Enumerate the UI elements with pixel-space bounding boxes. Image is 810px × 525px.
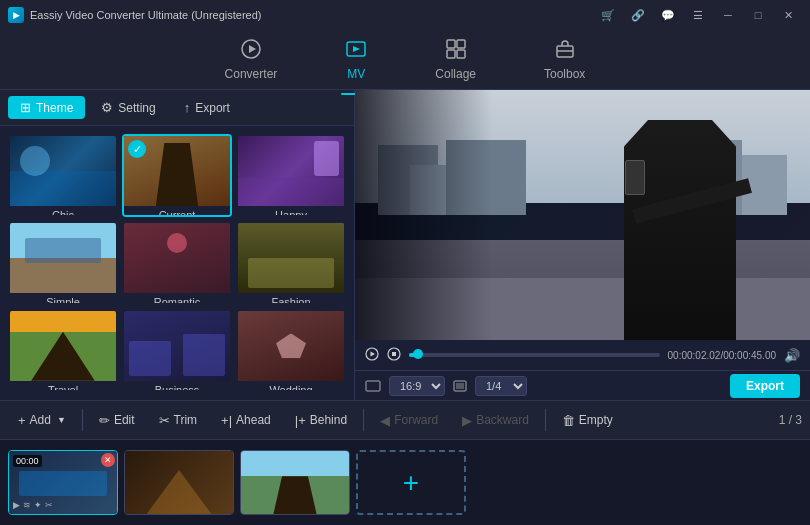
svg-rect-3 xyxy=(447,40,455,48)
aspect-ratio-select[interactable]: 16:9 4:3 1:1 xyxy=(389,376,445,396)
menu-icon[interactable]: ☰ xyxy=(684,5,712,25)
behind-button[interactable]: |+ Behind xyxy=(285,408,357,433)
svg-marker-10 xyxy=(371,351,376,356)
maximize-button[interactable]: □ xyxy=(744,5,772,25)
total-time: 00:00:45.00 xyxy=(723,350,776,361)
main-content: ⊞ Theme ⚙ Setting ↑ Export xyxy=(0,90,810,400)
svg-rect-13 xyxy=(366,381,380,391)
theme-romantic[interactable]: Romantic xyxy=(122,221,232,304)
clip-star-icon: ✦ xyxy=(34,500,42,510)
clip-play-icon[interactable]: ▶ xyxy=(13,500,20,510)
setting-tab-label: Setting xyxy=(118,101,155,115)
quality-icon xyxy=(453,380,467,392)
theme-tab-icon: ⊞ xyxy=(20,100,31,115)
theme-romantic-label: Romantic xyxy=(124,293,230,304)
toolbox-icon xyxy=(554,38,576,63)
edit-label: Edit xyxy=(114,413,135,427)
empty-button[interactable]: 🗑 Empty xyxy=(552,408,623,433)
theme-grid: Chic ✓ Current xyxy=(0,126,354,400)
forward-icon: ◀ xyxy=(380,413,390,428)
trim-label: Trim xyxy=(174,413,198,427)
right-panel: 00:00:02.02/00:00:45.00 🔊 16:9 4:3 1:1 xyxy=(355,90,810,400)
theme-travel[interactable]: Travel xyxy=(8,309,118,392)
backward-button[interactable]: ▶ Backward xyxy=(452,408,539,433)
chat-icon[interactable]: 💬 xyxy=(654,5,682,25)
tab-collage-label: Collage xyxy=(435,67,476,81)
volume-icon[interactable]: 🔊 xyxy=(784,348,800,363)
close-button[interactable]: ✕ xyxy=(774,5,802,25)
tab-toolbox[interactable]: Toolbox xyxy=(530,32,599,87)
export-button[interactable]: Export xyxy=(730,374,800,398)
link-icon[interactable]: 🔗 xyxy=(624,5,652,25)
add-button[interactable]: + Add ▼ xyxy=(8,408,76,433)
theme-business[interactable]: Business xyxy=(122,309,232,392)
clip-wave-icon: ≋ xyxy=(23,500,31,510)
progress-bar[interactable] xyxy=(409,353,660,357)
video-meta: 16:9 4:3 1:1 1/4 1/2 Full Export xyxy=(355,370,810,400)
theme-current[interactable]: ✓ Current xyxy=(122,134,232,217)
cart-icon[interactable]: 🛒 xyxy=(594,5,622,25)
stop-button[interactable] xyxy=(387,347,401,364)
converter-icon xyxy=(240,38,262,63)
edit-icon: ✏ xyxy=(99,413,110,428)
tab-converter[interactable]: Converter xyxy=(211,32,292,87)
export-tab-label: Export xyxy=(195,101,230,115)
backward-icon: ▶ xyxy=(462,413,472,428)
clip-item-2[interactable] xyxy=(124,450,234,515)
tab-mv-label: MV xyxy=(347,67,365,81)
edit-button[interactable]: ✏ Edit xyxy=(89,408,145,433)
theme-simple[interactable]: Simple xyxy=(8,221,118,304)
minimize-button[interactable]: ─ xyxy=(714,5,742,25)
theme-simple-label: Simple xyxy=(10,293,116,304)
export-tab-icon: ↑ xyxy=(184,100,191,115)
clip-controls-1: ▶ ≋ ✦ ✂ xyxy=(13,500,53,510)
panel-tab-setting[interactable]: ⚙ Setting xyxy=(89,96,167,119)
svg-rect-12 xyxy=(392,352,396,356)
app-icon: ▶ xyxy=(8,7,24,23)
trim-icon: ✂ xyxy=(159,413,170,428)
svg-rect-6 xyxy=(457,50,465,58)
theme-business-label: Business xyxy=(124,381,230,392)
add-clip-button[interactable]: + xyxy=(356,450,466,515)
add-label: Add xyxy=(30,413,51,427)
theme-travel-label: Travel xyxy=(10,381,116,392)
tab-converter-label: Converter xyxy=(225,67,278,81)
behind-icon: |+ xyxy=(295,413,306,428)
clip-close-1[interactable]: ✕ xyxy=(101,453,115,467)
backward-label: Backward xyxy=(476,413,529,427)
clip-item-1[interactable]: 00:00 ✕ ▶ ≋ ✦ ✂ xyxy=(8,450,118,515)
tab-mv[interactable]: MV xyxy=(331,32,381,87)
svg-rect-15 xyxy=(456,383,464,389)
empty-label: Empty xyxy=(579,413,613,427)
svg-rect-4 xyxy=(457,40,465,48)
toolbar-separator-3 xyxy=(545,409,546,431)
theme-fashion-label: Fashion xyxy=(238,293,344,304)
theme-chic[interactable]: Chic xyxy=(8,134,118,217)
theme-wedding[interactable]: Wedding xyxy=(236,309,346,392)
titlebar: ▶ Eassiy Video Converter Ultimate (Unreg… xyxy=(0,0,810,30)
clip-time-1: 00:00 xyxy=(13,455,42,467)
progress-dot xyxy=(413,349,423,359)
panel-tabs: ⊞ Theme ⚙ Setting ↑ Export xyxy=(0,90,354,126)
panel-tab-theme[interactable]: ⊞ Theme xyxy=(8,96,85,119)
tab-collage[interactable]: Collage xyxy=(421,32,490,87)
svg-rect-5 xyxy=(447,50,455,58)
titlebar-controls: 🛒 🔗 💬 ☰ ─ □ ✕ xyxy=(594,5,802,25)
ahead-button[interactable]: +| + Ahead Ahead xyxy=(211,408,281,433)
quality-select[interactable]: 1/4 1/2 Full xyxy=(475,376,527,396)
theme-current-label: Current xyxy=(124,206,230,217)
forward-button[interactable]: ◀ Forward xyxy=(370,408,448,433)
theme-happy[interactable]: Happy xyxy=(236,134,346,217)
trim-button[interactable]: ✂ Trim xyxy=(149,408,208,433)
play-button[interactable] xyxy=(365,347,379,364)
toolbar-separator-2 xyxy=(363,409,364,431)
collage-icon xyxy=(445,38,467,63)
clip-scissors-icon[interactable]: ✂ xyxy=(45,500,53,510)
current-time: 00:00:02.02 xyxy=(668,350,721,361)
add-icon: + xyxy=(18,413,26,428)
panel-tab-export[interactable]: ↑ Export xyxy=(172,96,242,119)
trash-icon: 🗑 xyxy=(562,413,575,428)
toolbar-separator-1 xyxy=(82,409,83,431)
theme-fashion[interactable]: Fashion xyxy=(236,221,346,304)
clip-item-3[interactable] xyxy=(240,450,350,515)
